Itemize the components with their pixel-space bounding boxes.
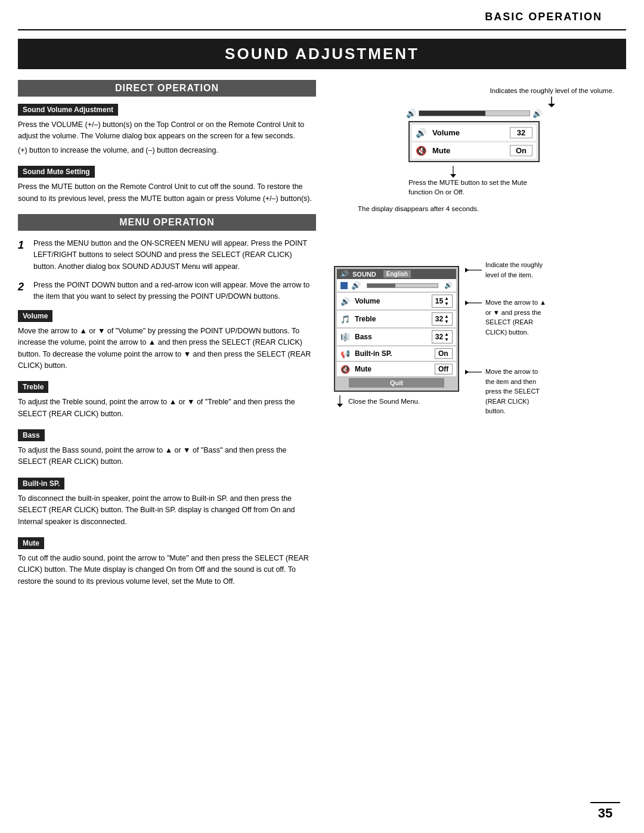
sd-treble-icon: 🎵 (340, 315, 351, 324)
sd-volume-label: Volume (355, 297, 428, 305)
sound-anno-top-row: Indicate the roughly level of the item. (465, 260, 626, 280)
sound-volume-section: Sound Volume Adjustment Press the VOLUME… (18, 104, 316, 156)
anno-bot-arrow (465, 368, 483, 376)
treble-section: Treble To adjust the Treble sound, point… (18, 381, 316, 420)
sound-diagram-wrapper: 🔊 SOUND English 🔊 🔊 (334, 260, 626, 416)
sound-anno-mid-row: Move the arrow to ▲ or ▼ and press the S… (465, 298, 626, 337)
sound-right-annotations: Indicate the roughly level of the item. … (465, 260, 626, 416)
sound-diagram-area: 🔊 SOUND English 🔊 🔊 (334, 260, 626, 416)
vol-arrow-indicator (334, 97, 564, 107)
sound-dialog: 🔊 SOUND English 🔊 🔊 (334, 266, 459, 392)
sound-anno-bot-text: Move the arrow to the item and then pres… (485, 367, 540, 416)
sd-volume-value: 15 ▲▼ (432, 295, 453, 308)
vol-dialog-speaker-icon: 🔊 (416, 128, 428, 138)
sd-treble-label: Treble (355, 315, 428, 323)
bass-section: Bass To adjust the Bass sound, point the… (18, 429, 316, 468)
sound-anno-mid-text: Move the arrow to ▲ or ▼ and press the S… (485, 298, 546, 337)
sound-dialog-title: 🔊 SOUND English (337, 269, 456, 279)
svg-marker-5 (337, 404, 343, 407)
sd-builtin-value: On (435, 348, 453, 359)
close-menu-label: Close the Sound Menu. (348, 398, 420, 405)
sound-volume-text1: Press the VOLUME (+/–) button(s) on the … (18, 119, 316, 143)
bass-text: To adjust the Bass sound, point the arro… (18, 445, 316, 468)
sound-mute-text: Press the MUTE button on the Remote Cont… (18, 181, 316, 205)
sound-dialog-treble-row: 🎵 Treble 32 ▲▼ (337, 311, 456, 327)
volume-section: Volume Move the arrow to ▲ or ▼ of "Volu… (18, 310, 316, 372)
sound-mute-section: Sound Mute Setting Press the MUTE button… (18, 166, 316, 205)
sound-anno-bot: Move the arrow to the item and then pres… (465, 367, 626, 416)
volume-diagram-area: Indicates the roughly level of the volum… (334, 86, 626, 212)
sound-anno-top-text: Indicate the roughly level of the item. (485, 260, 543, 280)
page-title: SOUND ADJUSTMENT (18, 39, 626, 69)
vol-dialog-mute-icon: 🔇 (416, 145, 428, 156)
direct-operation-header: DIRECT OPERATION (18, 80, 316, 97)
sd-builtin-icon: 📢 (340, 349, 351, 358)
vol-dialog-mute-label: Mute (432, 146, 505, 155)
sound-dialog-builtin-row: 📢 Built-in SP. On (337, 346, 456, 361)
english-tag: English (383, 270, 411, 278)
builtin-sp-text: To disconnect the built-in speaker, poin… (18, 493, 316, 528)
sound-volume-label: Sound Volume Adjustment (18, 104, 118, 116)
sd-treble-value: 32 ▲▼ (432, 312, 453, 326)
mute-label: Mute (18, 537, 44, 549)
sound-dialog-container: 🔊 SOUND English 🔊 🔊 (334, 260, 459, 407)
treble-text: To adjust the Treble sound, point the ar… (18, 397, 316, 420)
treble-arrows: ▲▼ (444, 314, 449, 324)
sd-bass-icon: 🎼 (340, 333, 351, 342)
sd-volume-icon: 🔊 (340, 297, 351, 306)
volume-text: Move the arrow to ▲ or ▼ of "Volume" by … (18, 326, 316, 372)
sound-dialog-top-row: 🔊 🔊 (337, 279, 456, 292)
sound-anno-top: Indicate the roughly level of the item. (465, 260, 626, 280)
mute-note-text: Press the MUTE button to set the Mute fu… (408, 179, 527, 196)
svg-marker-3 (450, 174, 456, 178)
left-column: DIRECT OPERATION Sound Volume Adjustment… (18, 80, 328, 597)
vol-dialog-wrapper: 🔊 🔊 🔊 Volume 32 (334, 107, 626, 162)
vol-bar-row: 🔊 🔊 (402, 107, 546, 119)
volume-arrows: ▲▼ (444, 296, 449, 306)
svg-marker-7 (465, 268, 469, 272)
display-disappears-note: The display disappears after 4 seconds. (358, 205, 626, 212)
menu-step-2-text: Press the POINT DOWN button and a red-ar… (33, 280, 316, 303)
sound-dialog-bass-row: 🎼 Bass 32 ▲▼ (337, 329, 456, 345)
mute-note: Press the MUTE button to set the Mute fu… (402, 166, 546, 197)
vol-dialog-volume-row: 🔊 Volume 32 (412, 125, 536, 141)
sound-anno-mid: Move the arrow to ▲ or ▼ and press the S… (465, 298, 626, 337)
anno-top-arrow (465, 267, 483, 274)
sound-dialog-icon: 🔊 (340, 270, 349, 278)
quit-button[interactable]: Quit (349, 378, 444, 388)
vol-dialog-mute-row: 🔇 Mute On (412, 143, 536, 159)
sd-bass-value: 32 ▲▼ (432, 330, 453, 343)
volume-label: Volume (18, 310, 52, 322)
sd-mute-label: Mute (355, 365, 431, 373)
header-title: BASIC OPERATION (485, 11, 602, 23)
bass-arrows: ▲▼ (444, 332, 449, 342)
menu-step-1-text: Press the MENU button and the ON-SCREEN … (33, 238, 316, 272)
sound-mute-label: Sound Mute Setting (18, 166, 95, 178)
sound-diag-icon2: 🔊 (351, 281, 361, 290)
close-menu-note: Close the Sound Menu. (334, 395, 459, 407)
vol-dialog-volume-label: Volume (432, 128, 505, 137)
menu-operation-header: MENU OPERATION (18, 214, 316, 231)
vol-bar-fill (419, 111, 485, 116)
svg-marker-9 (465, 301, 469, 305)
builtin-sp-label: Built-in SP. (18, 478, 64, 490)
close-arrow-svg (334, 395, 346, 407)
mute-text: To cut off the audio sound, point the ar… (18, 553, 316, 587)
vol-bar-right-icon: 🔊 (532, 109, 542, 118)
treble-label: Treble (18, 381, 48, 393)
sound-diag-icon3: 🔊 (444, 281, 453, 289)
bass-label: Bass (18, 429, 45, 441)
vol-dialog-volume-value: 32 (510, 127, 532, 138)
svg-marker-11 (465, 370, 469, 374)
sound-anno-bot-row: Move the arrow to the item and then pres… (465, 367, 626, 416)
vol-bar-container (419, 110, 530, 116)
menu-step-2: 2 Press the POINT DOWN button and a red-… (18, 280, 316, 303)
vol-top-note: Indicates the roughly level of the volum… (490, 86, 614, 95)
mute-arrow-svg (444, 166, 462, 178)
speaker-icon: 🔊 (406, 109, 416, 118)
sd-mute-value: Off (435, 364, 453, 374)
mute-section: Mute To cut off the audio sound, point t… (18, 537, 316, 587)
menu-step-1: 1 Press the MENU button and the ON-SCREE… (18, 238, 316, 272)
page-number: 35 (590, 802, 620, 821)
vol-dialog: 🔊 Volume 32 🔇 Mute On (408, 121, 540, 162)
